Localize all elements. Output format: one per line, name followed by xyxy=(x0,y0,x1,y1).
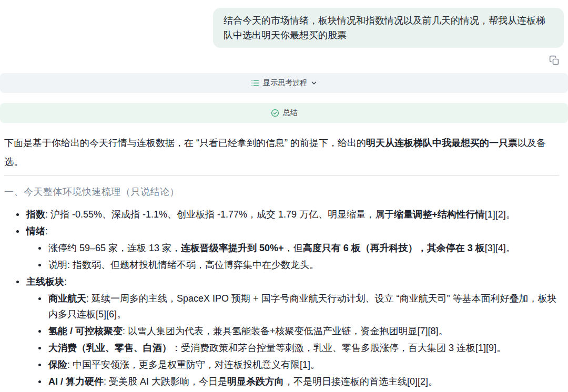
list-item-text: 情绪: xyxy=(26,226,48,236)
list-item-text: AI / 算力硬件: 受美股 AI 大跌影响，今日是明显杀跌方向，不是明日接连板… xyxy=(48,376,438,387)
bold-text: 明天从连板梯队中我最想买的一只票 xyxy=(366,138,518,148)
bullet-marker xyxy=(38,247,41,250)
bold-text: 主线板块 xyxy=(26,276,64,287)
text: 下面是基于你给出的今天行情与连板数据，在 “只看已经拿到的信息” 的前提下，给出… xyxy=(4,138,366,148)
bold-text: 缩量调整+结构性行情 xyxy=(394,209,485,220)
bullet-marker xyxy=(16,230,19,233)
answer-content: 下面是基于你给出的今天行情与连板数据，在 “只看已经拿到的信息” 的前提下，给出… xyxy=(0,133,568,389)
user-message-bubble: 结合今天的市场情绪，板块情况和指数情况以及前几天的情况，帮我从连板梯队中选出明天… xyxy=(213,8,564,48)
chat-page: 结合今天的市场情绪，板块情况和指数情况以及前几天的情况，帮我从连板梯队中选出明天… xyxy=(0,0,568,392)
bullet-marker xyxy=(16,213,19,216)
bold-text: 大消费（乳业、零售、白酒） xyxy=(48,343,171,353)
bold-text: 氢能 / 可控核聚变 xyxy=(48,326,123,336)
list-item-text: 商业航天: 延续一周多的主线，SpaceX IPO 预期 + 国字号商业航天行动… xyxy=(48,293,557,319)
copy-button[interactable] xyxy=(549,55,560,66)
bold-text: 商业航天 xyxy=(48,293,86,304)
text: : xyxy=(45,226,48,236)
list-item: 商业航天: 延续一周多的主线，SpaceX IPO 预期 + 国字号商业航天行动… xyxy=(4,291,564,322)
bold-text: 连板晋级率提升到 50%+ xyxy=(181,243,284,253)
list-item: 主线板块: xyxy=(4,274,564,290)
text: ，但 xyxy=(284,243,303,253)
bold-text: 指数 xyxy=(26,209,45,220)
text: : 以雪人集团为代表，兼具氢能装备+核聚变低温产业链，资金抱团明显[7][8]。 xyxy=(123,326,448,336)
bold-text: 高度只有 6 板（再升科技），其余停在 3 板 xyxy=(303,243,485,253)
list-item-text: 主线板块: xyxy=(26,276,67,287)
bullet-marker xyxy=(16,281,19,283)
summary-bar[interactable]: 总结 xyxy=(0,103,568,123)
text: : 受美股 AI 大跌影响，今日是 xyxy=(104,376,227,387)
text: : 中国平安领涨，更多是权重防守，对连板投机意义有限[1]。 xyxy=(67,359,320,370)
text: : 沪指 -0.55%、深成指 -1.1%、创业板指 -1.77%，成交 1.7… xyxy=(45,209,394,220)
user-message-row: 结合今天的市场情绪，板块情况和指数情况以及前几天的情况，帮我从连板梯队中选出明天… xyxy=(0,0,568,48)
list-item: 涨停约 59–65 家，连板 13 家，连板晋级率提升到 50%+，但高度只有 … xyxy=(4,240,564,256)
text: [3][4]。 xyxy=(485,243,515,253)
list-item-text: 指数: 沪指 -0.55%、深成指 -1.1%、创业板指 -1.77%，成交 1… xyxy=(26,209,515,220)
chevron-down-icon xyxy=(311,80,317,86)
bullet-list: 指数: 沪指 -0.55%、深成指 -1.1%、创业板指 -1.77%，成交 1… xyxy=(4,207,564,389)
bold-text: 保险 xyxy=(48,359,67,370)
list-item: 情绪: xyxy=(4,223,564,239)
section-heading: 一、今天整体环境快速梳理（只说结论） xyxy=(4,185,564,198)
list-icon xyxy=(251,79,259,87)
list-item-text: 大消费（乳业、零售、白酒）：受消费政策和茅台控量等刺激，乳业、零售多股涨停，百大… xyxy=(48,343,506,353)
bullet-marker xyxy=(38,347,41,349)
section-divider xyxy=(4,176,559,176)
bullet-marker xyxy=(38,264,41,266)
intro-paragraph: 下面是基于你给出的今天行情与连板数据，在 “只看已经拿到的信息” 的前提下，给出… xyxy=(4,133,564,171)
list-item-text: 保险: 中国平安领涨，更多是权重防守，对连板投机意义有限[1]。 xyxy=(48,359,320,370)
bullet-marker xyxy=(38,364,41,366)
show-thinking-toggle[interactable]: 显示思考过程 xyxy=(0,73,568,93)
summary-bar-label: 总结 xyxy=(283,108,298,118)
list-item-text: 说明: 指数弱、但题材投机情绪不弱，高位博弈集中在少数龙头。 xyxy=(48,260,319,270)
list-item-text: 氢能 / 可控核聚变: 以雪人集团为代表，兼具氢能装备+核聚变低温产业链，资金抱… xyxy=(48,326,448,336)
list-item: AI / 算力硬件: 受美股 AI 大跌影响，今日是明显杀跌方向，不是明日接连板… xyxy=(4,374,564,389)
text: : 延续一周多的主线，SpaceX IPO 预期 + 国字号商业航天行动计划、设… xyxy=(48,293,557,319)
text: 说明: 指数弱、但题材投机情绪不弱，高位博弈集中在少数龙头。 xyxy=(48,260,319,270)
bold-text: 情绪 xyxy=(26,226,45,236)
text: : xyxy=(64,276,67,287)
list-item: 氢能 / 可控核聚变: 以雪人集团为代表，兼具氢能装备+核聚变低温产业链，资金抱… xyxy=(4,323,564,339)
thinking-toggle-label: 显示思考过程 xyxy=(263,78,307,88)
bold-text: 明显杀跌方向 xyxy=(227,376,284,387)
bullet-marker xyxy=(38,380,41,383)
text: ，不是明日接连板的首选主线[0][2]。 xyxy=(284,376,438,387)
copy-icon xyxy=(549,55,560,66)
text: [1][2]。 xyxy=(485,209,515,220)
bullet-marker xyxy=(38,330,41,333)
list-item: 大消费（乳业、零售、白酒）：受消费政策和茅台控量等刺激，乳业、零售多股涨停，百大… xyxy=(4,340,564,356)
list-item: 指数: 沪指 -0.55%、深成指 -1.1%、创业板指 -1.77%，成交 1… xyxy=(4,207,564,222)
check-circle-icon xyxy=(271,109,279,117)
list-item: 保险: 中国平安领涨，更多是权重防守，对连板投机意义有限[1]。 xyxy=(4,357,564,373)
bullet-marker xyxy=(38,297,41,300)
bold-text: AI / 算力硬件 xyxy=(48,376,104,387)
text: 涨停约 59–65 家，连板 13 家， xyxy=(48,243,181,253)
message-actions xyxy=(0,48,568,66)
list-item: 说明: 指数弱、但题材投机情绪不弱，高位博弈集中在少数龙头。 xyxy=(4,257,564,273)
text: ：受消费政策和茅台控量等刺激，乳业、零售多股涨停，百大集团 3 连板[1][9]… xyxy=(171,343,506,353)
list-item-text: 涨停约 59–65 家，连板 13 家，连板晋级率提升到 50%+，但高度只有 … xyxy=(48,243,515,253)
